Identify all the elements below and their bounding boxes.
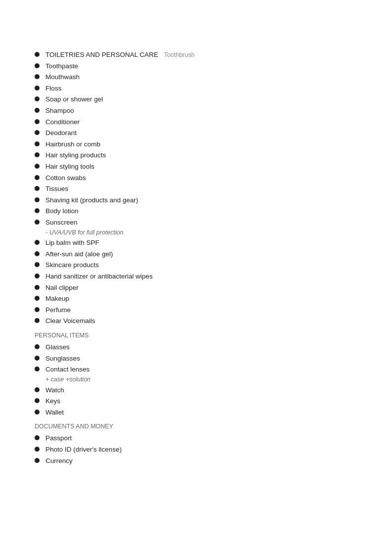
section-header-item: TOILETRIES AND PERSONAL CARE Toothbrush: [35, 49, 357, 60]
section-header-item: DOCUMENTS AND MONEY: [35, 418, 357, 432]
list-item: Hairbrush or comb: [35, 139, 357, 150]
list-item: Photo ID (driver's license): [35, 444, 357, 455]
item-label: Photo ID (driver's license): [45, 444, 122, 455]
item-label: Skincare products: [45, 260, 99, 271]
item-label: Hairbrush or comb: [45, 139, 100, 150]
bullet-icon: [35, 108, 40, 113]
bullet-icon: [35, 208, 40, 213]
item-label: Clear Voicemails: [45, 316, 95, 326]
bullet-icon: [35, 435, 40, 440]
list-item: Nail clipper: [35, 282, 357, 293]
list-item: After-sun aid (aloe gel): [35, 249, 357, 260]
list-item: Hair styling products: [35, 150, 357, 161]
bullet-icon: [35, 307, 40, 312]
list-item: Tissues: [35, 184, 357, 194]
item-label: Hand sanitizer or antibacterial wipes: [45, 271, 153, 282]
item-label: Nail clipper: [45, 282, 79, 293]
item-label: Contact lenses: [45, 364, 90, 375]
item-label: Makeup: [45, 293, 69, 304]
list-item: Clear Voicemails: [35, 316, 357, 326]
item-label: Currency: [45, 456, 73, 466]
bullet-icon: [35, 63, 40, 68]
item-label: Glasses: [45, 342, 70, 353]
list-item: Shampoo: [35, 105, 357, 116]
bullet-icon: [35, 86, 40, 91]
item-label: Keys: [45, 396, 60, 407]
list-item: Hand sanitizer or antibacterial wipes: [35, 271, 357, 282]
section-header-label: DOCUMENTS AND MONEY: [35, 421, 113, 431]
bullet-icon: [35, 398, 40, 403]
item-label: Floss: [45, 83, 61, 94]
list-item: Deodorant: [35, 128, 357, 139]
section-header-label: TOILETRIES AND PERSONAL CARE Toothbrush: [45, 49, 195, 60]
list-item: Cotton swabs: [35, 173, 357, 184]
bullet-icon: [35, 262, 40, 267]
bullet-icon: [35, 186, 40, 191]
item-label: Watch: [45, 385, 64, 396]
bullet-icon: [35, 367, 40, 371]
list-item: Soap or shower gel: [35, 94, 357, 105]
list-item: Skincare products: [35, 260, 357, 271]
item-label: Body lotion: [45, 206, 79, 217]
bullet-icon: [35, 52, 40, 57]
bullet-icon: [35, 220, 40, 225]
list-item: Contact lenses + case +solution: [35, 364, 357, 384]
item-label: Conditioner: [45, 117, 80, 128]
item-label: Sunglasses: [45, 353, 80, 364]
bullet-icon: [35, 251, 40, 256]
bullet-icon: [35, 130, 40, 135]
bullet-icon: [35, 447, 40, 452]
checklist: TOILETRIES AND PERSONAL CARE Toothbrush …: [35, 49, 357, 466]
bullet-icon: [35, 285, 40, 290]
bullet-icon: [35, 344, 40, 349]
bullet-icon: [35, 175, 40, 180]
item-label: Lip balm with SPF: [45, 237, 99, 248]
bullet-icon: [35, 152, 40, 157]
item-label: Cotton swabs: [45, 173, 86, 184]
list-item: Body lotion: [35, 206, 357, 217]
item-label: Shaving kit (products and gear): [45, 195, 138, 206]
list-item: Mouthwash: [35, 72, 357, 83]
list-item: Lip balm with SPF: [35, 237, 357, 248]
bullet-icon: [35, 119, 40, 124]
bullet-icon: [35, 318, 40, 323]
item-label: Toothpaste: [45, 61, 78, 72]
list-item: Shaving kit (products and gear): [35, 195, 357, 206]
bullet-icon: [35, 274, 40, 278]
list-item: Keys: [35, 396, 357, 407]
item-note: + case +solution: [45, 375, 90, 384]
bullet-icon: [35, 296, 40, 301]
item-label: Hair styling products: [45, 150, 106, 161]
list-item: Hair styling tools: [35, 161, 357, 172]
item-label: After-sun aid (aloe gel): [45, 249, 113, 260]
item-label: Soap or shower gel: [45, 94, 103, 105]
item-label: Wallet: [45, 407, 64, 418]
bullet-icon: [35, 458, 40, 463]
list-item: Floss: [35, 83, 357, 94]
list-item: Glasses: [35, 342, 357, 353]
item-label: Tissues: [45, 184, 68, 194]
list-item: Passport: [35, 433, 357, 444]
bullet-icon: [35, 96, 40, 101]
item-label: Sunscreen: [45, 217, 124, 228]
item-label: Hair styling tools: [45, 161, 94, 172]
bullet-icon: [35, 410, 40, 415]
item-label: Shampoo: [45, 105, 74, 116]
item-label: Deodorant: [45, 128, 77, 139]
item-label: Mouthwash: [45, 72, 80, 83]
bullet-icon: [35, 74, 40, 79]
section-header-inline: Toothbrush: [164, 51, 195, 58]
section-header-item: PERSONAL ITEMS: [35, 327, 357, 341]
bullet-icon: [35, 387, 40, 392]
list-item: Wallet: [35, 407, 357, 418]
bullet-icon: [35, 141, 40, 146]
bullet-icon: [35, 240, 40, 245]
list-item: Currency: [35, 456, 357, 466]
list-item: Sunglasses: [35, 353, 357, 364]
bullet-icon: [35, 164, 40, 169]
list-item: Conditioner: [35, 117, 357, 128]
item-label: Passport: [45, 433, 72, 444]
list-item: Sunscreen - UVA/UVB for full protection: [35, 217, 357, 237]
bullet-icon: [35, 197, 40, 202]
list-item: Perfume: [35, 305, 357, 316]
